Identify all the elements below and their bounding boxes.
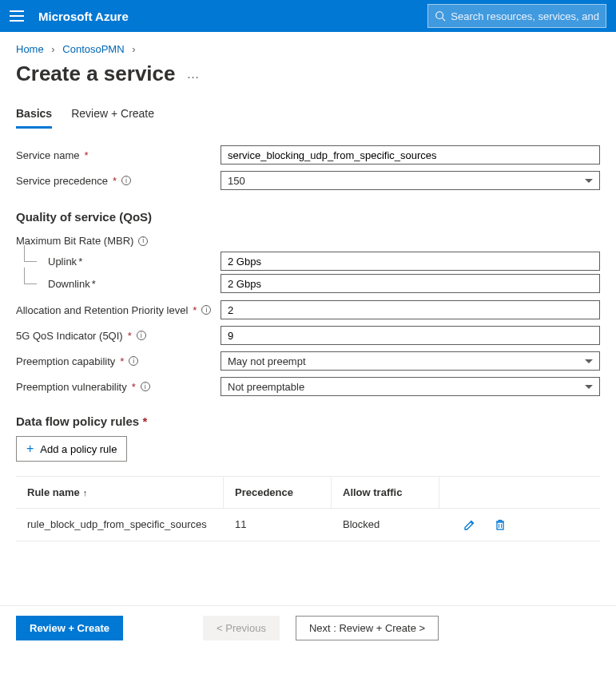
- plus-icon: +: [26, 442, 34, 455]
- breadcrumb: Home › ContosoPMN ›: [0, 32, 616, 58]
- col-precedence-header[interactable]: Precedence: [224, 477, 332, 508]
- preempt-vuln-value: Not preemptable: [228, 381, 304, 393]
- hamburger-menu-icon[interactable]: [10, 10, 24, 22]
- required-indicator: *: [92, 278, 96, 290]
- page-title: Create a service: [16, 61, 175, 86]
- rule-precedence-cell: 11: [224, 509, 332, 541]
- required-indicator: *: [78, 256, 82, 268]
- review-create-button[interactable]: Review + Create: [16, 616, 123, 640]
- arp-label: Allocation and Retention Priority level: [16, 304, 188, 316]
- chevron-right-icon: ›: [127, 43, 140, 55]
- tab-review-create[interactable]: Review + Create: [71, 107, 154, 129]
- uplink-label: Uplink: [48, 256, 77, 268]
- col-rule-name-header[interactable]: Rule name ↑: [16, 477, 224, 508]
- info-icon[interactable]: i: [137, 331, 146, 340]
- policy-rules-table: Rule name ↑ Precedence Allow traffic rul…: [16, 476, 600, 541]
- qos-section-heading: Quality of service (QoS): [16, 210, 600, 224]
- tab-strip: Basics Review + Create: [0, 97, 616, 129]
- fiveqi-label: 5G QoS Indicator (5QI): [16, 330, 123, 342]
- next-button[interactable]: Next : Review + Create >: [296, 616, 439, 640]
- search-placeholder: Search resources, services, and: [451, 10, 599, 22]
- preempt-cap-value: May not preempt: [228, 355, 306, 367]
- uplink-input[interactable]: [221, 252, 600, 271]
- preempt-cap-select[interactable]: May not preempt: [221, 351, 600, 371]
- breadcrumb-home[interactable]: Home: [16, 43, 44, 55]
- chevron-down-icon: [585, 179, 593, 183]
- service-name-input[interactable]: [221, 145, 600, 165]
- delete-rule-button[interactable]: [494, 518, 507, 531]
- preempt-vuln-select[interactable]: Not preemptable: [221, 377, 600, 396]
- svg-point-0: [436, 12, 443, 19]
- service-precedence-label: Service precedence: [16, 175, 108, 187]
- service-precedence-select[interactable]: 150: [221, 171, 600, 190]
- info-icon[interactable]: i: [141, 382, 150, 391]
- info-icon[interactable]: i: [201, 305, 211, 315]
- breadcrumb-resource[interactable]: ContosoPMN: [62, 43, 124, 55]
- global-search-input[interactable]: Search resources, services, and: [427, 4, 606, 28]
- rule-name-cell: rule_block_udp_from_specific_sources: [16, 509, 224, 541]
- search-icon: [435, 10, 446, 22]
- service-name-label: Service name: [16, 149, 79, 161]
- edit-rule-button[interactable]: [463, 518, 476, 531]
- rule-allow-cell: Blocked: [332, 509, 439, 541]
- chevron-down-icon: [585, 359, 593, 363]
- preempt-vuln-label: Preemption vulnerability: [16, 381, 127, 393]
- required-indicator: *: [84, 149, 88, 161]
- required-indicator: *: [113, 175, 117, 187]
- sort-ascending-icon: ↑: [83, 488, 88, 498]
- downlink-label: Downlink: [48, 278, 90, 290]
- svg-line-1: [443, 18, 446, 22]
- arp-input[interactable]: [221, 300, 600, 319]
- chevron-right-icon: ›: [46, 43, 59, 55]
- more-actions-icon[interactable]: …: [186, 67, 200, 81]
- required-indicator: *: [142, 414, 147, 428]
- dfp-section-heading: Data flow policy rules: [16, 414, 139, 428]
- table-header-row: Rule name ↑ Precedence Allow traffic: [16, 477, 600, 509]
- info-icon[interactable]: i: [121, 176, 131, 185]
- brand-label: Microsoft Azure: [38, 10, 129, 23]
- preempt-cap-label: Preemption capability: [16, 355, 115, 367]
- tab-basics[interactable]: Basics: [16, 107, 52, 129]
- svg-rect-2: [497, 522, 503, 529]
- col-allow-traffic-header[interactable]: Allow traffic: [332, 477, 439, 508]
- trash-icon: [494, 518, 507, 531]
- form-basics: Service name * Service precedence * i 15…: [0, 129, 616, 408]
- downlink-input[interactable]: [221, 274, 600, 293]
- fiveqi-input[interactable]: [221, 326, 600, 345]
- chevron-down-icon: [585, 385, 593, 389]
- required-indicator: *: [128, 330, 132, 342]
- required-indicator: *: [120, 355, 124, 367]
- top-nav-bar: Microsoft Azure Search resources, servic…: [0, 0, 616, 32]
- add-policy-rule-label: Add a policy rule: [40, 443, 117, 455]
- previous-button: < Previous: [203, 616, 280, 640]
- mbr-label: Maximum Bit Rate (MBR): [16, 235, 133, 247]
- required-indicator: *: [193, 304, 197, 316]
- table-row: rule_block_udp_from_specific_sources 11 …: [16, 509, 600, 541]
- data-flow-policy-section: Data flow policy rules * + Add a policy …: [0, 408, 616, 541]
- add-policy-rule-button[interactable]: + Add a policy rule: [16, 436, 127, 462]
- info-icon[interactable]: i: [138, 236, 148, 246]
- page-header: Create a service …: [0, 58, 616, 97]
- wizard-footer: Review + Create < Previous Next : Review…: [0, 605, 616, 650]
- required-indicator: *: [132, 381, 136, 393]
- col-actions-header: [439, 477, 600, 508]
- service-precedence-value: 150: [228, 175, 245, 187]
- pencil-icon: [463, 518, 476, 531]
- info-icon[interactable]: i: [129, 356, 138, 366]
